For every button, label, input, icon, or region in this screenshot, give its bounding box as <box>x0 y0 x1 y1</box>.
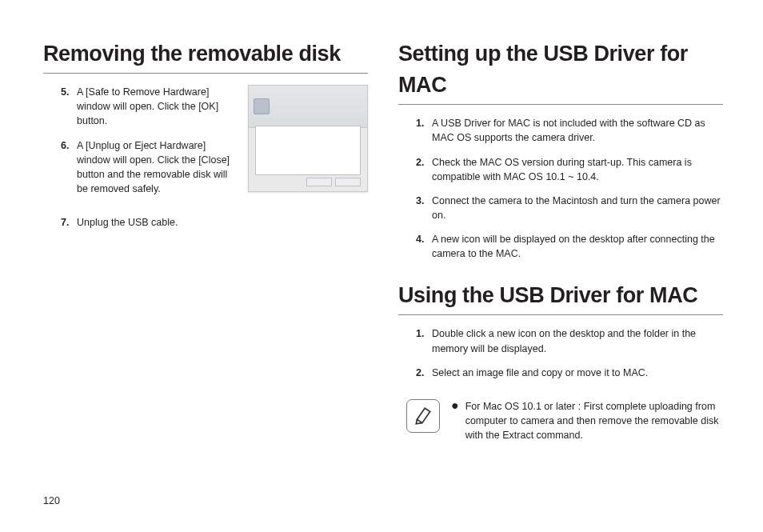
step-number: 5. <box>61 85 69 99</box>
step-text: A [Safe to Remove Hardware] window will … <box>77 86 218 126</box>
step-text: Unplug the USB cable. <box>77 217 178 228</box>
step-text: Double click a new icon on the desktop a… <box>432 328 696 354</box>
left-column: Removing the removable disk 5. A [Safe t… <box>43 38 368 442</box>
setup-steps: 1. A USB Driver for MAC is not included … <box>398 116 723 261</box>
list-item: 5. A [Safe to Remove Hardware] window wi… <box>64 85 238 128</box>
list-item: 2. Check the MAC OS version during start… <box>419 155 723 184</box>
step-number: 2. <box>416 155 424 170</box>
removing-steps-continued: 7. Unplug the USB cable. <box>43 215 368 230</box>
step-text: A new icon will be displayed on the desk… <box>432 234 715 259</box>
step-text: A USB Driver for MAC is not included wit… <box>432 118 705 143</box>
step-number: 7. <box>61 215 69 230</box>
bullet-icon: ● <box>451 399 459 442</box>
divider <box>43 73 368 74</box>
note-box: ● For Mac OS 10.1 or later : First compl… <box>398 399 723 442</box>
step-number: 2. <box>416 366 424 380</box>
divider <box>398 314 723 315</box>
removing-steps: 5. A [Safe to Remove Hardware] window wi… <box>43 85 238 196</box>
step-number: 4. <box>416 232 424 246</box>
using-steps: 1. Double click a new icon on the deskto… <box>398 326 723 379</box>
step-number: 6. <box>61 138 69 153</box>
step-text: Connect the camera to the Macintosh and … <box>432 195 721 221</box>
list-item: 1. Double click a new icon on the deskto… <box>419 326 723 355</box>
list-item: 4. A new icon will be displayed on the d… <box>419 232 723 261</box>
divider <box>398 104 723 105</box>
list-item: 7. Unplug the USB cable. <box>64 215 368 230</box>
step-text: A [Unplug or Eject Hardware] window will… <box>77 140 230 194</box>
step-text: Select an image file and copy or move it… <box>432 367 648 378</box>
list-item: 1. A USB Driver for MAC is not included … <box>419 116 723 145</box>
step-text: Check the MAC OS version during start-up… <box>432 157 692 182</box>
heading-using-mac: Using the USB Driver for MAC <box>398 280 723 311</box>
heading-removing-disk: Removing the removable disk <box>43 38 368 70</box>
right-column: Setting up the USB Driver for MAC 1. A U… <box>398 38 723 442</box>
dialog-screenshot <box>248 85 368 192</box>
step-number: 1. <box>416 116 424 130</box>
list-item: 3. Connect the camera to the Macintosh a… <box>419 194 723 222</box>
section-using-mac: Using the USB Driver for MAC 1. Double c… <box>398 280 723 442</box>
page-number: 120 <box>43 494 60 508</box>
heading-setup-mac: Setting up the USB Driver for MAC <box>398 38 723 101</box>
list-item: 2. Select an image file and copy or move… <box>419 366 723 380</box>
step-number: 3. <box>416 194 424 208</box>
step-number: 1. <box>416 326 424 341</box>
note-text: For Mac OS 10.1 or later : First complet… <box>465 399 723 442</box>
list-item: 6. A [Unplug or Eject Hardware] window w… <box>64 138 238 197</box>
section-setup-mac: Setting up the USB Driver for MAC 1. A U… <box>398 38 723 261</box>
note-icon <box>406 399 440 433</box>
